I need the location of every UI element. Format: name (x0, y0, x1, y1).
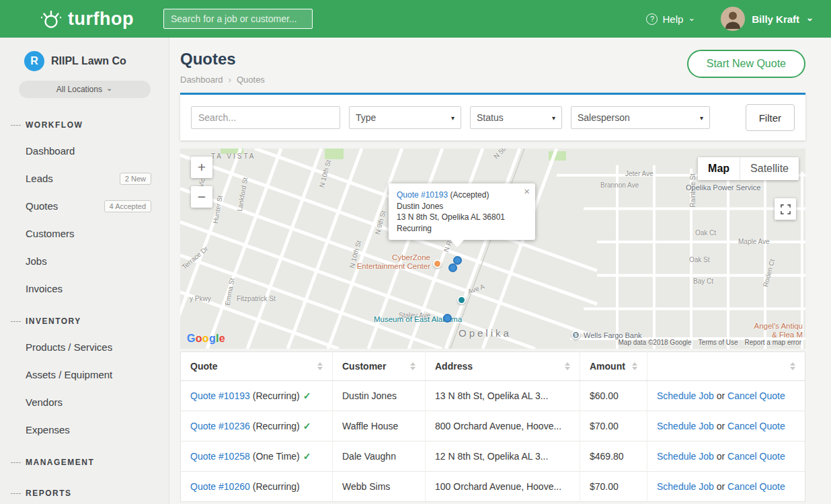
schedule-job-link[interactable]: Schedule Job (657, 481, 714, 492)
quote-map-marker[interactable] (443, 314, 452, 323)
info-customer: Dustin Jones (397, 201, 527, 212)
address-cell: 800 Orchard Avenue, Hoove... (426, 411, 580, 442)
fullscreen-button[interactable] (775, 198, 796, 220)
breadcrumb-dashboard[interactable]: Dashboard (180, 75, 223, 85)
column-label: Quote (190, 361, 217, 372)
location-selector-label: All Locations (56, 85, 102, 94)
column-header-customer[interactable]: Customer (333, 352, 426, 381)
close-icon[interactable]: × (524, 186, 530, 198)
map-attribution: Map data ©2018 Google Terms of Use Repor… (618, 339, 801, 346)
breadcrumb: Dashboard › Quotes (180, 75, 265, 85)
table-row: Quote #10193(Recurring)✓ Dustin Jones 13… (181, 381, 805, 411)
sidebar-item-leads[interactable]: Leads 2 New (0, 165, 169, 192)
nav-section-management[interactable]: MANAGEMENT (0, 450, 169, 474)
sidebar-item-quotes[interactable]: Quotes 4 Accepted (0, 192, 169, 220)
status-select[interactable]: Status ▾ (470, 106, 562, 129)
nav-section-inventory: INVENTORY (0, 309, 169, 333)
nav-item-label: Products / Services (26, 341, 112, 353)
amount-cell: $469.80 (580, 442, 647, 472)
schedule-job-link[interactable]: Schedule Job (657, 421, 714, 431)
quote-link[interactable]: Quote #10193 (190, 390, 250, 401)
sidebar-item-customers[interactable]: Customers (0, 220, 169, 247)
zoom-in-button[interactable]: + (191, 157, 212, 178)
global-search-input[interactable] (163, 9, 313, 29)
chevron-down-icon: ⌄ (806, 13, 814, 23)
column-header-address[interactable]: Address (426, 352, 580, 381)
sidebar-item-dashboard[interactable]: Dashboard (0, 137, 169, 165)
quote-link[interactable]: Quote #10236 (190, 421, 250, 431)
map-view-button[interactable]: Map (698, 157, 740, 180)
cancel-quote-link[interactable]: Cancel Quote (727, 390, 785, 401)
nav-item-label: Quotes (26, 200, 58, 212)
google-logo[interactable]: Google (187, 333, 225, 345)
salesperson-select-label: Salesperson (578, 112, 630, 123)
map-type-toggle: Map Satellite (698, 157, 799, 180)
nav-item-label: Vendors (26, 396, 63, 408)
cancel-quote-link[interactable]: Cancel Quote (727, 421, 785, 431)
quotes-search-input[interactable] (191, 106, 340, 129)
sidebar-item-jobs[interactable]: Jobs (0, 247, 169, 275)
chevron-down-icon: ▾ (451, 114, 454, 122)
customer-cell: Dale Vaughn (333, 442, 426, 472)
or-text: or (717, 451, 725, 462)
quote-map-marker[interactable] (448, 263, 457, 272)
user-avatar (721, 7, 745, 31)
topbar-right: ? Help ⌄ Billy Kraft ⌄ (646, 7, 814, 31)
fullscreen-icon (781, 204, 791, 214)
schedule-job-link[interactable]: Schedule Job (657, 451, 714, 462)
turfhop-logo[interactable]: turfhop (39, 7, 134, 31)
check-icon: ✓ (303, 451, 311, 462)
quotes-map[interactable]: TA VISTA Victoria Dr N 10th St Lankford … (180, 149, 805, 349)
chevron-down-icon: ⌄ (106, 84, 112, 93)
topbar: turfhop ? Help ⌄ Billy Kraft ⌄ (0, 0, 831, 38)
report-map-error-link[interactable]: Report a map error (745, 339, 801, 346)
or-text: or (717, 421, 725, 431)
nav-section-workflow: WORKFLOW (0, 113, 169, 137)
bank-marker-icon: $ (571, 331, 580, 339)
amount-cell: $60.00 (580, 381, 647, 411)
nav-section-label: INVENTORY (26, 317, 81, 326)
type-select[interactable]: Type ▾ (349, 106, 461, 129)
column-header-actions[interactable] (647, 352, 805, 381)
sidebar-item-products-services[interactable]: Products / Services (0, 333, 169, 361)
user-menu[interactable]: Billy Kraft ⌄ (721, 7, 814, 31)
sidebar-item-vendors[interactable]: Vendors (0, 388, 169, 416)
cyberzone-marker-icon (433, 259, 442, 268)
status-select-label: Status (477, 112, 504, 123)
sidebar-nav: WORKFLOW Dashboard Leads 2 New Quotes 4 … (0, 113, 169, 504)
location-selector[interactable]: All Locations ⌄ (19, 81, 151, 98)
sidebar-item-assets-equipment[interactable]: Assets / Equipment (0, 361, 169, 388)
salesperson-select[interactable]: Salesperson ▾ (571, 106, 710, 129)
satellite-view-button[interactable]: Satellite (740, 157, 799, 180)
info-quote-link[interactable]: Quote #10193 (397, 190, 448, 200)
sidebar: R RIIPL Lawn Co All Locations ⌄ WORKFLOW… (0, 38, 169, 504)
nav-item-label: Jobs (26, 255, 47, 267)
user-avatar-image (721, 7, 745, 31)
filter-button[interactable]: Filter (746, 104, 795, 131)
address-cell: 100 Orchard Avenue, Hoove... (426, 472, 580, 502)
sort-icon (632, 362, 637, 370)
quote-link[interactable]: Quote #10258 (190, 451, 250, 462)
cancel-quote-link[interactable]: Cancel Quote (727, 451, 785, 462)
quote-frequency: (Recurring) (253, 481, 300, 492)
nav-item-label: Dashboard (26, 145, 75, 157)
cancel-quote-link[interactable]: Cancel Quote (727, 481, 785, 492)
table-row: Quote #10236(Recurring)✓ Waffle House 80… (181, 411, 805, 442)
zoom-out-button[interactable]: − (191, 186, 212, 208)
start-new-quote-button[interactable]: Start New Quote (687, 50, 805, 78)
schedule-job-link[interactable]: Schedule Job (657, 390, 714, 401)
sidebar-item-expenses[interactable]: Expenses (0, 416, 169, 444)
terms-of-use-link[interactable]: Terms of Use (699, 339, 738, 346)
quote-link[interactable]: Quote #10260 (190, 481, 250, 492)
sidebar-item-invoices[interactable]: Invoices (0, 275, 169, 302)
nav-item-label: Leads (26, 173, 53, 184)
sort-icon (317, 362, 323, 370)
help-menu[interactable]: ? Help ⌄ (646, 13, 695, 25)
breadcrumb-separator-icon: › (229, 75, 231, 85)
column-header-quote[interactable]: Quote (181, 352, 333, 381)
info-address: 13 N 8th St, Opelika AL 36801 (397, 212, 527, 223)
column-header-amount[interactable]: Amount (580, 352, 647, 381)
help-icon: ? (646, 13, 658, 25)
nav-section-reports[interactable]: REPORTS (0, 481, 169, 504)
nav-item-label: Customers (26, 228, 75, 239)
